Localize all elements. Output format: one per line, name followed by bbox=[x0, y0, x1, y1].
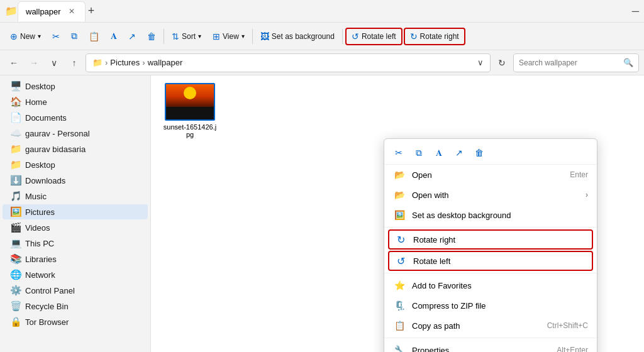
minimize-button[interactable]: ─ bbox=[632, 6, 639, 17]
ctx-rotate-right-label: Rotate right bbox=[413, 235, 587, 245]
new-label: New bbox=[20, 32, 35, 41]
sidebar-label-desktop1: Desktop bbox=[25, 82, 55, 91]
ctx-delete-button[interactable]: 🗑 bbox=[470, 144, 489, 162]
sidebar-item-libraries[interactable]: 📚 Libraries bbox=[3, 251, 148, 267]
sidebar-item-pictures[interactable]: 🖼️ Pictures bbox=[3, 204, 148, 219]
sidebar-item-videos[interactable]: 🎬 Videos bbox=[3, 220, 148, 235]
sidebar-item-music[interactable]: 🎵 Music bbox=[3, 189, 148, 204]
sunset-image bbox=[166, 83, 214, 119]
ctx-set-bg-label: Set as desktop background bbox=[412, 211, 588, 220]
refresh-button[interactable]: ↻ bbox=[493, 54, 511, 72]
back-button[interactable]: ← bbox=[5, 54, 23, 72]
view-label: View bbox=[223, 32, 239, 41]
paste-button[interactable]: 📋 bbox=[84, 29, 104, 44]
file-thumbnail bbox=[165, 83, 215, 121]
open-icon: 📂 bbox=[393, 168, 406, 181]
search-box[interactable]: 🔍 bbox=[513, 53, 639, 72]
address-bar: ← → ∨ ↑ 📁 › Pictures › wallpaper ∨ ↻ 🔍 bbox=[0, 50, 644, 75]
share-button[interactable]: ↗ bbox=[123, 29, 141, 44]
sidebar-item-recycle-bin[interactable]: 🗑️ Recycle Bin bbox=[3, 299, 148, 314]
toolbar-divider-2 bbox=[252, 29, 253, 44]
sidebar-item-documents[interactable]: 📄 Documents bbox=[3, 110, 148, 125]
ctx-toolbar: ✂ ⧉ 𝐀 ↗ 🗑 bbox=[384, 141, 597, 165]
sidebar-item-desktop1[interactable]: 🖥️ Desktop bbox=[3, 79, 148, 94]
control-panel-icon: ⚙️ bbox=[10, 285, 21, 296]
ctx-item-favorites[interactable]: ⭐ Add to Favorites bbox=[384, 275, 597, 295]
folder-icon: 📁 bbox=[5, 5, 18, 17]
path-pictures[interactable]: Pictures bbox=[110, 58, 140, 67]
sidebar: 🖥️ Desktop 🏠 Home 📄 Documents ☁️ gaurav … bbox=[0, 75, 151, 352]
sidebar-label-libraries: Libraries bbox=[25, 255, 57, 264]
rotate-right-button[interactable]: ↻ Rotate right bbox=[404, 28, 465, 45]
ctx-share-button[interactable]: ↗ bbox=[450, 144, 469, 162]
sidebar-item-downloads[interactable]: ⬇️ Downloads bbox=[3, 173, 148, 188]
view-button[interactable]: ⊞ View ▾ bbox=[208, 29, 250, 44]
delete-button[interactable]: 🗑 bbox=[142, 29, 161, 44]
ctx-open-shortcut: Enter bbox=[570, 170, 588, 179]
up-button[interactable]: ↑ bbox=[65, 54, 83, 72]
ctx-item-rotate-right[interactable]: ↻ Rotate right bbox=[388, 229, 593, 250]
rotate-left-ctx-icon: ↺ bbox=[394, 255, 407, 267]
ctx-item-open-with[interactable]: 📂 Open with › bbox=[384, 185, 597, 205]
ctx-item-open[interactable]: 📂 Open Enter bbox=[384, 165, 597, 185]
file-item-sunset[interactable]: sunset-1651426.jpg bbox=[158, 83, 221, 138]
share-icon: ↗ bbox=[128, 31, 136, 41]
file-area: sunset-1651426.jpg ✂ ⧉ 𝐀 ↗ 🗑 📂 Open Ente… bbox=[151, 75, 644, 352]
sidebar-label-recycle-bin: Recycle Bin bbox=[25, 302, 69, 311]
toolbar-divider-1 bbox=[164, 29, 164, 44]
tab[interactable]: wallpaper ✕ bbox=[18, 1, 86, 21]
new-button[interactable]: ⊕ New ▾ bbox=[5, 29, 46, 44]
tab-title: wallpaper bbox=[26, 7, 61, 16]
recycle-bin-icon: 🗑️ bbox=[10, 300, 21, 312]
sidebar-item-tor-browser[interactable]: 🔒 Tor Browser bbox=[3, 314, 148, 329]
close-tab-button[interactable]: ✕ bbox=[66, 6, 77, 17]
delete-icon: 🗑 bbox=[147, 31, 156, 41]
sidebar-item-gaurav-bidasaria[interactable]: 📁 gaurav bidasaria bbox=[3, 141, 148, 157]
dropdown-button[interactable]: ∨ bbox=[45, 54, 63, 72]
sidebar-item-desktop2[interactable]: 📁 Desktop bbox=[3, 157, 148, 172]
rotate-right-ctx-icon: ↻ bbox=[394, 233, 407, 246]
rotate-right-icon: ↻ bbox=[410, 31, 418, 41]
sidebar-item-this-pc[interactable]: 💻 This PC bbox=[3, 236, 148, 251]
ctx-item-set-background[interactable]: 🖼️ Set as desktop background bbox=[384, 205, 597, 225]
ctx-item-compress[interactable]: 🗜️ Compress to ZIP file bbox=[384, 295, 597, 316]
ctx-item-properties[interactable]: 🔧 Properties Alt+Enter bbox=[384, 340, 597, 352]
sidebar-label-network: Network bbox=[25, 270, 55, 280]
sidebar-item-home[interactable]: 🏠 Home bbox=[3, 94, 148, 109]
search-input[interactable] bbox=[519, 58, 623, 67]
set-background-button[interactable]: 🖼 Set as background bbox=[255, 29, 340, 44]
sidebar-label-documents: Documents bbox=[25, 113, 67, 123]
compress-icon: 🗜️ bbox=[393, 299, 406, 312]
rotate-left-button[interactable]: ↺ Rotate left bbox=[345, 28, 402, 45]
path-dropdown-icon[interactable]: ∨ bbox=[477, 58, 484, 67]
copy-button[interactable]: ⧉ bbox=[66, 28, 82, 44]
copy-path-icon: 📋 bbox=[393, 319, 406, 332]
rotate-right-label: Rotate right bbox=[420, 32, 459, 41]
new-tab-button[interactable]: + bbox=[88, 4, 95, 18]
sidebar-item-gaurav-personal[interactable]: ☁️ gaurav - Personal bbox=[3, 126, 148, 141]
ctx-copy-button[interactable]: ⧉ bbox=[409, 144, 428, 162]
forward-button[interactable]: → bbox=[25, 54, 43, 72]
address-path[interactable]: 📁 › Pictures › wallpaper ∨ bbox=[86, 53, 491, 72]
sidebar-item-control-panel[interactable]: ⚙️ Control Panel bbox=[3, 283, 148, 298]
ctx-item-copy-path[interactable]: 📋 Copy as path Ctrl+Shift+C bbox=[384, 316, 597, 336]
sidebar-item-network[interactable]: 🌐 Network bbox=[3, 267, 148, 282]
ctx-item-rotate-left[interactable]: ↺ Rotate left bbox=[388, 251, 593, 271]
toolbar-divider-3 bbox=[342, 29, 343, 44]
sort-button[interactable]: ⇅ Sort ▾ bbox=[167, 29, 206, 44]
downloads-icon: ⬇️ bbox=[10, 175, 21, 186]
path-wallpaper[interactable]: wallpaper bbox=[148, 58, 183, 67]
network-icon: 🌐 bbox=[10, 269, 21, 280]
rename-button[interactable]: 𝐀 bbox=[106, 28, 122, 44]
new-dropdown-icon: ▾ bbox=[38, 33, 41, 40]
properties-icon: 🔧 bbox=[393, 344, 406, 352]
view-dropdown-icon: ▾ bbox=[242, 33, 245, 40]
ctx-rename-button[interactable]: 𝐀 bbox=[430, 144, 448, 162]
sidebar-label-music: Music bbox=[25, 192, 47, 201]
cut-button[interactable]: ✂ bbox=[47, 29, 65, 44]
sidebar-label-downloads: Downloads bbox=[25, 176, 65, 185]
open-with-icon: 📂 bbox=[393, 189, 406, 201]
ctx-cut-button[interactable]: ✂ bbox=[389, 144, 408, 162]
sidebar-label-tor-browser: Tor Browser bbox=[25, 317, 69, 327]
sidebar-label-gaurav-personal: gaurav - Personal bbox=[25, 129, 90, 138]
